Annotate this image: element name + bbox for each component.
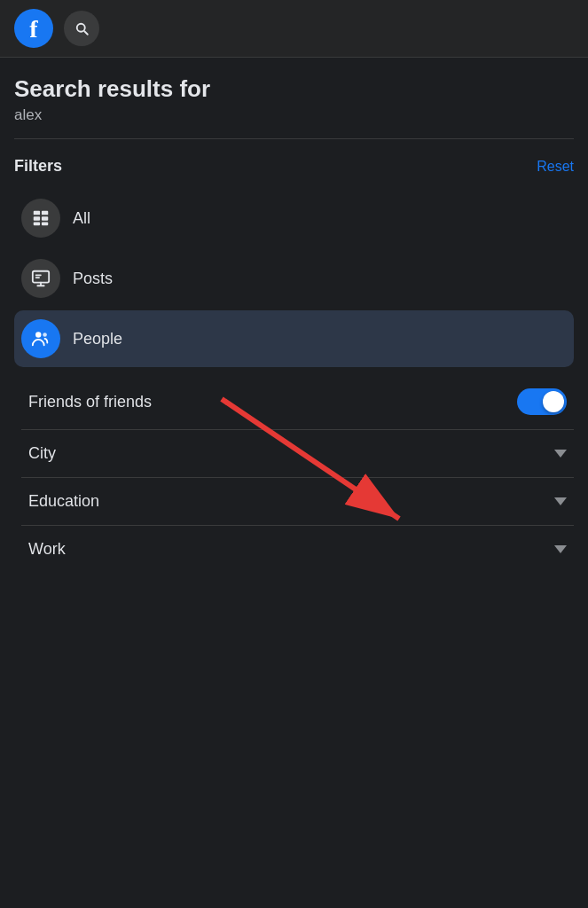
friends-of-friends-toggle[interactable] bbox=[517, 388, 567, 415]
svg-point-7 bbox=[35, 332, 41, 337]
education-filter[interactable]: Education bbox=[21, 478, 574, 526]
all-filter-label: All bbox=[73, 209, 90, 228]
filters-label: Filters bbox=[14, 157, 62, 176]
friends-of-friends-filter[interactable]: Friends of friends bbox=[21, 374, 574, 430]
education-chevron-down-icon bbox=[554, 497, 567, 505]
svg-point-8 bbox=[43, 333, 47, 337]
education-label: Education bbox=[28, 492, 99, 511]
work-chevron-down-icon bbox=[554, 545, 567, 553]
search-query: alex bbox=[14, 106, 574, 124]
all-filter-icon-circle bbox=[21, 199, 60, 238]
search-results-title: Search results for bbox=[14, 75, 574, 103]
posts-filter-label: Posts bbox=[73, 270, 113, 288]
header: f bbox=[0, 0, 588, 58]
page-container: f Search results for alex Filters Reset bbox=[0, 0, 588, 587]
search-icon bbox=[74, 20, 90, 36]
svg-rect-1 bbox=[42, 211, 48, 215]
divider bbox=[14, 138, 574, 139]
people-icon bbox=[31, 329, 51, 348]
filter-item-people[interactable]: People bbox=[14, 310, 574, 367]
toggle-thumb bbox=[543, 391, 564, 412]
posts-filter-icon-circle bbox=[21, 259, 60, 298]
svg-rect-0 bbox=[34, 211, 40, 215]
search-button[interactable] bbox=[64, 11, 99, 46]
svg-rect-3 bbox=[42, 216, 48, 221]
svg-rect-4 bbox=[34, 223, 40, 226]
filter-item-all[interactable]: All bbox=[14, 190, 574, 247]
reset-button[interactable]: Reset bbox=[537, 159, 574, 175]
all-icon bbox=[31, 208, 51, 228]
city-label: City bbox=[28, 444, 56, 463]
people-sub-filters: Friends of friends City Education Work bbox=[14, 374, 574, 573]
people-filter-icon-circle bbox=[21, 319, 60, 358]
facebook-logo: f bbox=[14, 9, 53, 48]
work-filter[interactable]: Work bbox=[21, 526, 574, 573]
friends-of-friends-label: Friends of friends bbox=[28, 393, 152, 411]
city-chevron-down-icon bbox=[554, 450, 567, 458]
posts-icon bbox=[31, 269, 51, 288]
facebook-logo-letter: f bbox=[29, 17, 37, 42]
main-content: Search results for alex Filters Reset Al… bbox=[0, 58, 588, 587]
filter-item-posts[interactable]: Posts bbox=[14, 250, 574, 307]
svg-rect-5 bbox=[42, 223, 48, 226]
work-label: Work bbox=[28, 540, 66, 559]
people-filter-label: People bbox=[73, 330, 122, 348]
city-filter[interactable]: City bbox=[21, 430, 574, 478]
svg-rect-2 bbox=[34, 216, 40, 221]
filters-header: Filters Reset bbox=[14, 157, 574, 176]
svg-rect-6 bbox=[33, 271, 49, 283]
toggle-track bbox=[517, 388, 567, 415]
